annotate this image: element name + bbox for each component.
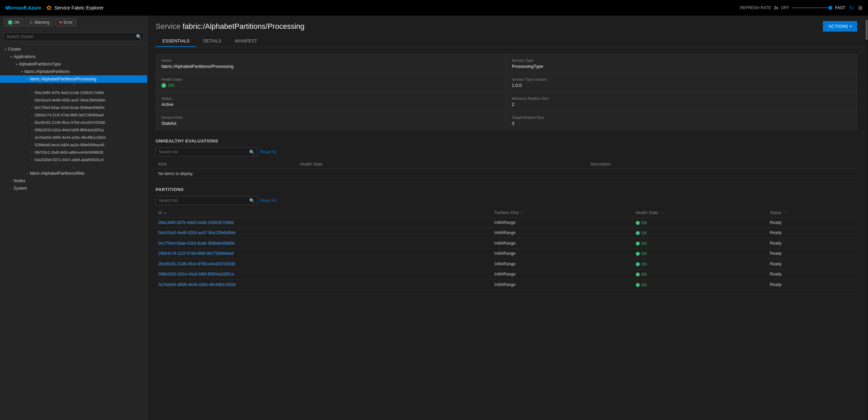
partition-kind-filter-icon: ▽ <box>521 211 524 215</box>
sidebar-tree: ▾ Cluster ▾ Applications ▾ AlphabetParti… <box>0 44 147 420</box>
partition-id-cell-1[interactable]: 0dc42ac0-4ed8-42b5-acd7-94a128e5d0eb <box>156 228 492 238</box>
partition-item-0[interactable]: › 09a14df4-3d7b-4eb2-b1db-19361fc7e06d <box>0 89 147 96</box>
health-ok-icon: ✓ <box>161 83 166 88</box>
tree-more-icon[interactable]: ··· <box>140 76 147 82</box>
health-state-text: OK <box>168 83 175 88</box>
partition-6-label: 3a7beb54-d006-4e34-a33e-49c49b1c582d <box>35 135 105 139</box>
partition-item-9[interactable]: › 63a332b8-5072-4447-a4b8-a0af5f4031c4 <box>0 156 147 164</box>
partition-health-cell-5: ✓ OK <box>633 269 767 280</box>
partition-item-4[interactable]: › 2bc90c81-2148-45ce-976d-e4cd337d23d0 <box>0 119 147 126</box>
partition-kind-cell-0: Int64Range <box>492 217 633 228</box>
nodes-expand-icon: › <box>8 178 14 184</box>
essentials-service-type-cell: Service Type ProcessingType <box>507 54 857 73</box>
service-type-label: Service Type <box>512 58 852 62</box>
tabs-container: ESSENTIALS DETAILS MANIFEST <box>156 36 857 47</box>
partition-health-cell-6: ✓ OK <box>633 280 767 290</box>
tab-details[interactable]: DETAILS <box>196 36 228 47</box>
th-health-state: Health State <box>297 160 588 169</box>
partition-status-cell-1: Ready <box>767 228 857 238</box>
th-health-state-partitions[interactable]: Health State ▽ <box>633 208 767 217</box>
system-expand-icon: › <box>8 186 14 191</box>
ok-dot-1: ✓ <box>636 231 640 235</box>
partition-row-6: 3a7beb54-d006-4e34-a33e-49c49b1c582d Int… <box>156 280 857 290</box>
essentials-health-cell: Health State ✓ OK <box>156 73 507 92</box>
partitions-reset-link[interactable]: Reset All <box>260 198 276 203</box>
partition-item-2[interactable]: › 0e17f3e4-83ae-41b3-8cab-384bde40b80e <box>0 104 147 111</box>
partition-kind-cell-6: Int64Range <box>492 280 633 290</box>
actions-button[interactable]: ACTIONS ▾ <box>823 21 857 32</box>
scrollbar-thumb <box>866 20 868 40</box>
search-cluster-input[interactable] <box>3 32 144 41</box>
min-replica-value: 2 <box>512 102 852 107</box>
cluster-label: Cluster <box>8 47 21 52</box>
service-type-version-label: Service Type Version <box>512 77 852 81</box>
partition-id-cell-3[interactable]: 29b54c74-212f-47dd-8fd6-9b2729d48aa9 <box>156 248 492 259</box>
unhealthy-title: UNHEALTHY EVALUATIONS <box>156 138 857 144</box>
fabric-alphabet-expand-icon: ▾ <box>19 69 24 74</box>
th-description: Description <box>588 160 857 169</box>
status-label: Status <box>161 96 501 100</box>
search-cluster-icon[interactable]: 🔍 <box>136 34 142 39</box>
essentials-min-replica-cell: Minimum Replica Size 2 <box>507 92 857 111</box>
sidebar-item-processing[interactable]: ▾ fabric:/AlphabetPartitions/Processing … <box>0 75 147 83</box>
sidebar-item-web[interactable]: › fabric:/AlphabetPartitions/Web <box>0 170 147 177</box>
partition-4-expand: › <box>29 120 35 125</box>
partition-item-8[interactable]: › 5fb703c2-2bdf-4b50-a86d-e4c9c9498628 <box>0 149 147 156</box>
azure-label: Microsoft Azure <box>5 5 41 11</box>
th-id[interactable]: Id ▲ <box>156 208 492 217</box>
settings-icon[interactable]: ⚙ <box>858 5 863 11</box>
sidebar-item-fabric-alphabet[interactable]: ▾ fabric:/AlphabetPartitions <box>0 68 147 75</box>
partition-status-cell-0: Ready <box>767 217 857 228</box>
partition-item-3[interactable]: › 29b54c74-212f-47dd-8fd6-9b2729d48aa9 <box>0 111 147 119</box>
sidebar-item-alphabet-type[interactable]: ▾ AlphabetPartitionsType <box>0 60 147 68</box>
partition-9-label: 63a332b8-5072-4447-a4b8-a0af5f4031c4 <box>35 158 104 162</box>
partition-id-cell-2[interactable]: 0e17f3e4-83ae-41b3-8cab-384bde40b80e <box>156 238 492 249</box>
sidebar-item-nodes[interactable]: › Nodes <box>0 177 147 185</box>
partition-health-cell-0: ✓ OK <box>633 217 767 228</box>
sidebar-item-applications[interactable]: ▾ Applications <box>0 53 147 60</box>
actions-chevron-icon: ▾ <box>850 24 852 28</box>
th-partition-kind[interactable]: Partition Kind ▽ <box>492 208 633 217</box>
th-status[interactable]: Status ▽ <box>767 208 857 217</box>
tab-essentials[interactable]: ESSENTIALS <box>156 36 196 47</box>
refresh-slider[interactable] <box>792 7 832 8</box>
partition-0-label: 09a14df4-3d7b-4eb2-b1db-19361fc7e06d <box>35 91 104 95</box>
partition-kind-cell-2: Int64Range <box>492 238 633 249</box>
partition-item-6[interactable]: › 3a7beb54-d006-4e34-a33e-49c49b1c582d <box>0 134 147 141</box>
system-label: System <box>14 186 27 191</box>
partition-item-1[interactable]: › 0dc42ac0-4ed8-42b5-acd7-94a128e5d0eb <box>0 96 147 104</box>
partition-1-label: 0dc42ac0-4ed8-42b5-acd7-94a128e5d0eb <box>35 98 105 102</box>
filter-warning-button[interactable]: ⚠ Warning <box>25 18 53 26</box>
partition-health-text-0: OK <box>641 221 647 225</box>
expand-down-arrows: ⌄ <box>0 164 147 170</box>
partition-id-cell-5[interactable]: 396b2632-b32a-44a3-b60f-8f064a2d261a <box>156 269 492 280</box>
partition-kind-cell-1: Int64Range <box>492 228 633 238</box>
unhealthy-search-input[interactable] <box>156 148 257 156</box>
partition-id-cell-6[interactable]: 3a7beb54-d006-4e34-a33e-49c49b1c582d <box>156 280 492 290</box>
sidebar-item-system[interactable]: › System <box>0 185 147 192</box>
sort-icon: ▲ <box>163 211 167 215</box>
partition-row-3: 29b54c74-212f-47dd-8fd6-9b2729d48aa9 Int… <box>156 248 857 259</box>
partitions-search-input[interactable] <box>156 196 257 205</box>
app-title-text: Service Fabric Explorer <box>54 5 104 11</box>
unhealthy-reset-link[interactable]: Reset All <box>260 150 276 154</box>
refresh-icon[interactable]: ↻ <box>849 5 854 11</box>
partition-id-cell-0[interactable]: 09a14df4-3d7b-4eb2-b1db-19361fc7e06d <box>156 217 492 228</box>
partition-item-7[interactable]: › 528febd9-becd-4d04-aa2d-48de969bacb5 <box>0 141 147 149</box>
partitions-search-wrap: 🔍 <box>156 196 257 205</box>
partition-6-expand: › <box>29 135 35 140</box>
filter-ok-button[interactable]: ✓ OK <box>4 18 23 26</box>
tab-manifest[interactable]: MANIFEST <box>228 36 264 47</box>
partitions-title: PARTITIONS <box>156 187 857 192</box>
partition-item-5[interactable]: › 396b2632-b32a-44a3-b60f-8f064a2d261a <box>0 126 147 134</box>
search-cluster-container: 🔍 <box>0 30 147 44</box>
target-replica-value: 3 <box>512 121 852 126</box>
sidebar-item-cluster[interactable]: ▾ Cluster <box>0 45 147 53</box>
partition-id-cell-4[interactable]: 2bc90c81-2148-45ce-976d-e4cd337d23d0 <box>156 259 492 269</box>
web-label: fabric:/AlphabetPartitions/Web <box>30 171 84 176</box>
filter-error-button[interactable]: ✖ Error <box>55 18 77 26</box>
service-type-value: ProcessingType <box>512 64 852 69</box>
main-scrollbar[interactable] <box>865 16 868 420</box>
partition-2-label: 0e17f3e4-83ae-41b3-8cab-384bde40b80e <box>35 106 105 110</box>
refresh-slider-container[interactable] <box>792 7 832 8</box>
